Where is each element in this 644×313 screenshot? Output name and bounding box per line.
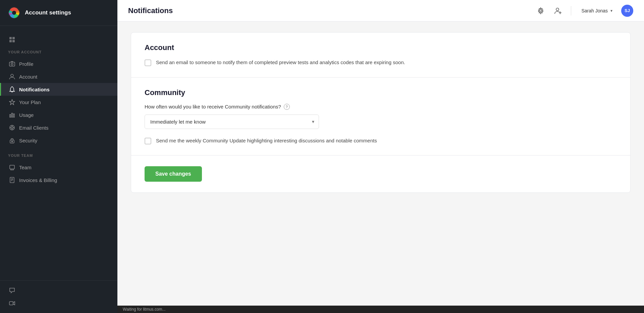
sidebar-item-profile-label: Profile [19, 61, 34, 67]
sidebar-header: Account settings [0, 0, 117, 26]
sidebar-item-invoices-billing-label: Invoices & Billing [19, 177, 57, 183]
user-icon [9, 74, 15, 80]
svg-rect-6 [9, 62, 15, 66]
sidebar-item-team-label: Team [19, 165, 32, 170]
add-user-icon-btn[interactable] [552, 5, 564, 17]
status-text: Waiting for litmus.com... [123, 307, 166, 312]
invoices-icon [9, 177, 15, 183]
notifications-card: Account Send an email to someone to noti… [131, 32, 631, 193]
chat-icon [9, 287, 15, 294]
save-section: Save changes [131, 155, 630, 192]
page-title: Notifications [128, 6, 173, 15]
grid-icon [9, 37, 15, 43]
svg-rect-11 [13, 114, 14, 117]
topbar: Notifications Sarah Jonas ▾ [117, 0, 644, 21]
svg-rect-5 [12, 40, 15, 42]
plan-icon [9, 99, 15, 105]
settings-icon-btn[interactable] [535, 5, 547, 17]
sidebar-item-your-plan-label: Your Plan [19, 99, 41, 105]
help-icon[interactable]: ? [284, 104, 290, 110]
sidebar-item-your-plan[interactable]: Your Plan [0, 96, 117, 108]
sidebar-item-email-clients[interactable]: Email Clients [0, 121, 117, 134]
sidebar-item-usage[interactable]: Usage [0, 108, 117, 121]
svg-rect-2 [9, 37, 12, 39]
sidebar: Account settings YOUR ACCOUNT [0, 0, 117, 313]
account-email-checkbox[interactable] [145, 59, 151, 66]
sidebar-item-email-clients-label: Email Clients [19, 125, 49, 131]
topbar-right: Sarah Jonas ▾ SJ [535, 5, 633, 17]
sidebar-item-account[interactable]: Account [0, 70, 117, 83]
svg-point-30 [556, 8, 559, 11]
svg-rect-3 [12, 37, 15, 39]
team-icon [9, 164, 15, 170]
frequency-select-wrapper: Immediately let me know Daily digest Wee… [145, 115, 319, 129]
account-checkbox-row: Send an email to someone to notify them … [145, 59, 617, 66]
content-area: Account Send an email to someone to noti… [117, 21, 644, 306]
community-weekly-checkbox-label: Send me the weekly Community Update high… [156, 137, 377, 145]
svg-point-19 [12, 141, 13, 142]
main-area: Notifications Sarah Jonas ▾ [117, 0, 644, 313]
community-weekly-checkbox[interactable] [145, 138, 151, 144]
status-bar: Waiting for litmus.com... [117, 306, 644, 313]
sidebar-item-profile[interactable]: Profile [0, 57, 117, 70]
sidebar-app-title: Account settings [25, 9, 71, 16]
sidebar-item-security-label: Security [19, 138, 37, 143]
sidebar-icon-grid[interactable] [0, 33, 117, 47]
user-menu[interactable]: Sarah Jonas ▾ [578, 6, 616, 15]
frequency-select[interactable]: Immediately let me know Daily digest Wee… [145, 115, 319, 129]
community-section-title: Community [145, 88, 617, 97]
user-avatar[interactable]: SJ [621, 5, 633, 17]
sidebar-item-notifications-label: Notifications [19, 87, 50, 92]
community-checkbox-row: Send me the weekly Community Update high… [145, 137, 617, 145]
community-question-row: How often would you like to receive Comm… [145, 104, 617, 110]
lock-icon [9, 137, 15, 143]
email-clients-icon [9, 125, 15, 131]
account-email-checkbox-label: Send an email to someone to notify them … [156, 59, 405, 66]
account-section: Account Send an email to someone to noti… [131, 33, 630, 78]
chevron-down-icon: ▾ [610, 8, 612, 13]
user-name: Sarah Jonas [581, 8, 608, 13]
topbar-divider [571, 6, 571, 15]
sidebar-bottom-chat[interactable] [0, 284, 117, 297]
sidebar-nav: YOUR ACCOUNT Profile Account [0, 26, 117, 280]
svg-point-7 [11, 63, 13, 65]
sidebar-item-invoices-billing[interactable]: Invoices & Billing [0, 174, 117, 186]
svg-rect-20 [10, 165, 14, 169]
sidebar-item-team[interactable]: Team [0, 161, 117, 174]
camera-icon [9, 61, 15, 67]
video-icon [9, 300, 15, 306]
community-section: Community How often would you like to re… [131, 78, 630, 156]
svg-point-1 [12, 11, 16, 15]
bell-icon [9, 86, 15, 92]
sidebar-bottom [0, 280, 117, 313]
svg-rect-4 [9, 40, 12, 42]
save-changes-button[interactable]: Save changes [145, 166, 202, 182]
svg-point-13 [11, 127, 13, 129]
svg-rect-28 [9, 302, 13, 305]
svg-rect-9 [10, 115, 11, 117]
sidebar-item-notifications[interactable]: Notifications [0, 83, 117, 96]
your-team-label: YOUR TEAM [0, 153, 117, 161]
svg-point-8 [11, 74, 13, 77]
your-account-label: YOUR ACCOUNT [0, 50, 117, 57]
community-question-text: How often would you like to receive Comm… [145, 104, 281, 109]
sidebar-item-account-label: Account [19, 74, 37, 80]
account-section-title: Account [145, 43, 617, 52]
svg-rect-10 [12, 113, 13, 117]
bar-chart-icon [9, 112, 15, 118]
sidebar-bottom-video[interactable] [0, 297, 117, 310]
svg-point-29 [540, 10, 542, 12]
app-logo [8, 7, 20, 19]
svg-rect-24 [10, 177, 14, 183]
sidebar-item-usage-label: Usage [19, 112, 34, 118]
sidebar-item-security[interactable]: Security [0, 134, 117, 147]
